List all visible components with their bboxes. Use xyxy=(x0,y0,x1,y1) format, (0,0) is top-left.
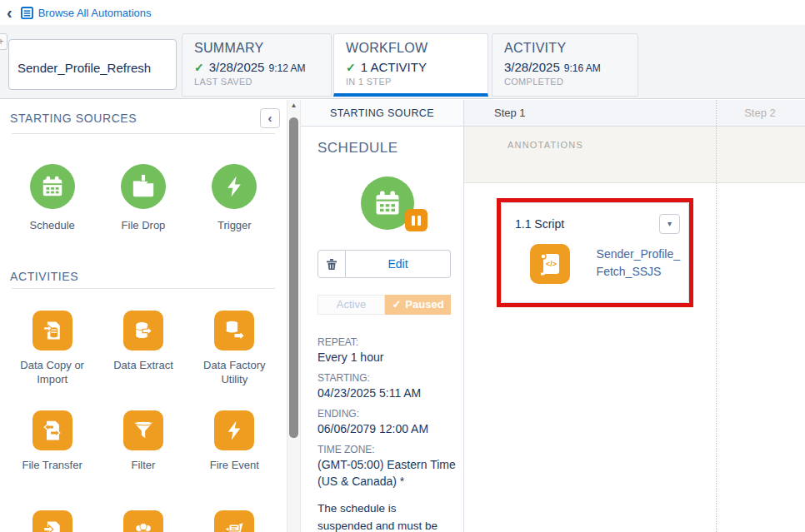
tab-summary[interactable]: SUMMARY ✓ 3/28/2025 9:12 AM LAST SAVED xyxy=(182,33,332,97)
activity-data-copy[interactable]: Data Copy or Import xyxy=(11,311,94,389)
schedule-title: SCHEDULE xyxy=(318,140,457,157)
source-label: File Drop xyxy=(121,219,166,233)
starting-source-panel-header: STARTING SOURCE xyxy=(301,100,463,127)
activity-data-factory[interactable]: Data Factory Utility xyxy=(192,311,276,389)
source-schedule[interactable]: Schedule xyxy=(30,164,75,233)
top-bar: ‹ Browse All Automations xyxy=(0,0,805,25)
edit-schedule-button[interactable]: Edit xyxy=(346,250,451,278)
data-factory-icon xyxy=(214,311,254,351)
new-tab-button[interactable]: + xyxy=(0,33,8,50)
check-icon: ✓ xyxy=(194,61,204,74)
tab-title: SUMMARY xyxy=(194,41,319,56)
tab-title: ACTIVITY xyxy=(504,41,626,56)
tab-status-time: 9:16 AM xyxy=(564,62,601,74)
trash-icon xyxy=(325,257,338,271)
tab-workflow[interactable]: WORKFLOW ✓ 1 ACTIVITY IN 1 STEP xyxy=(333,33,488,97)
activity-name: Sender_Profile_ Fetch_SSJS xyxy=(597,244,680,284)
activity-card-menu-button[interactable]: ▾ xyxy=(659,214,680,234)
activity-label: Data Extract xyxy=(113,359,173,389)
annotation-highlight-rect: 1.1 Script ▾ </> xyxy=(497,198,693,307)
activities-sidebar: STARTING SOURCES ‹ xyxy=(0,100,287,532)
activities-heading: ACTIVITIES xyxy=(10,270,78,283)
active-paused-toggle: Active ✓Paused xyxy=(318,295,451,315)
pause-badge-icon xyxy=(405,209,428,231)
source-label: Schedule xyxy=(30,219,75,233)
source-label: Trigger xyxy=(212,219,257,233)
field-label: REPEAT: xyxy=(318,336,457,349)
activity-card-title: 1.1 Script xyxy=(515,214,564,231)
browse-all-automations-link[interactable]: Browse All Automations xyxy=(38,7,152,19)
tab-status-text: 3/28/2025 xyxy=(504,60,560,74)
activity-fire-event[interactable]: Fire Event xyxy=(210,410,259,489)
field-value: 04/23/2025 5:11 AM xyxy=(318,385,457,401)
tab-activity[interactable]: ACTIVITY 3/28/2025 9:16 AM COMPLETED xyxy=(492,33,638,97)
activity-partial-1[interactable] xyxy=(32,510,72,532)
scrollbar-up-arrow-icon[interactable]: ▲ xyxy=(288,102,300,109)
toggle-paused-option[interactable]: ✓Paused xyxy=(385,295,451,315)
starting-sources-heading: STARTING SOURCES xyxy=(10,112,137,125)
sidebar-scrollbar[interactable]: ▲ xyxy=(287,100,301,532)
step-2-label: Step 2 xyxy=(716,100,804,127)
svg-text:</>: </> xyxy=(546,260,557,268)
script-icon: </> xyxy=(530,244,570,284)
schedule-suspended-note: The schedule is suspended and must be ac… xyxy=(318,500,457,532)
activity-partial-2[interactable] xyxy=(123,510,163,532)
source-trigger[interactable]: Trigger xyxy=(212,164,257,233)
field-value: 06/06/2079 12:00 AM xyxy=(318,420,457,437)
data-extract-icon xyxy=(123,311,163,351)
step-divider-dotted-line xyxy=(716,100,717,532)
tab-status-text: 1 ACTIVITY xyxy=(361,60,427,74)
activity-data-extract[interactable]: Data Extract xyxy=(113,311,173,389)
automation-name-input[interactable] xyxy=(8,39,177,90)
message-send-icon xyxy=(214,510,254,532)
caret-down-icon: ▾ xyxy=(668,219,672,228)
calendar-icon xyxy=(30,164,75,209)
activity-label: Filter xyxy=(123,459,163,489)
activity-label: Data Copy or Import xyxy=(11,359,94,389)
ending-field: ENDING: 06/06/2079 12:00 AM xyxy=(318,407,457,437)
folder-drop-icon xyxy=(121,164,166,209)
step-1-label: Step 1 xyxy=(494,100,526,127)
step-header-row: Step 1 Step 2 xyxy=(464,100,805,127)
file-transfer-icon xyxy=(32,410,72,450)
field-label: ENDING: xyxy=(318,407,457,420)
people-group-icon xyxy=(123,510,163,532)
data-copy-icon xyxy=(32,311,72,351)
workflow-canvas: Step 1 Step 2 ANNOTATIONS 1.1 Script ▾ xyxy=(464,100,805,532)
activity-filter[interactable]: Filter xyxy=(123,410,163,489)
activity-label: File Transfer xyxy=(22,459,82,489)
delete-schedule-button[interactable] xyxy=(318,250,346,278)
tab-sublabel: IN 1 STEP xyxy=(346,77,476,87)
timezone-field: TIME ZONE: (GMT-05:00) Eastern Time (US … xyxy=(318,443,457,490)
tab-sublabel: LAST SAVED xyxy=(194,77,319,87)
funnel-icon xyxy=(123,410,163,450)
starting-field: STARTING: 04/23/2025 5:11 AM xyxy=(318,371,457,401)
tab-sublabel: COMPLETED xyxy=(504,77,626,87)
automation-studio-app: ‹ Browse All Automations + SUMMARY ✓ 3/2… xyxy=(0,0,805,532)
automations-list-icon xyxy=(21,7,33,19)
activity-label: Fire Event xyxy=(210,459,259,489)
activity-label: Data Factory Utility xyxy=(192,359,276,389)
source-file-drop[interactable]: File Drop xyxy=(121,164,166,233)
field-label: STARTING: xyxy=(318,371,457,385)
scrollbar-thumb[interactable] xyxy=(289,117,298,438)
field-value: Every 1 hour xyxy=(318,349,457,365)
activity-partial-3[interactable] xyxy=(214,510,254,532)
repeat-field: REPEAT: Every 1 hour xyxy=(318,336,457,365)
field-value: (GMT-05:00) Eastern Time (US & Canada) * xyxy=(318,456,457,490)
lightning-icon xyxy=(214,410,254,450)
tab-status-text: 3/28/2025 xyxy=(209,60,265,74)
starting-source-panel: STARTING SOURCE SCHEDULE xyxy=(301,100,464,532)
script-activity-card[interactable]: 1.1 Script ▾ </> xyxy=(501,202,689,303)
activity-file-transfer[interactable]: File Transfer xyxy=(22,410,82,489)
header-band: + SUMMARY ✓ 3/28/2025 9:12 AM LAST SAVED… xyxy=(0,25,805,99)
lightning-icon xyxy=(212,164,257,209)
document-arrow-icon xyxy=(32,510,72,532)
tab-status-time: 9:12 AM xyxy=(268,62,305,74)
check-icon: ✓ xyxy=(392,298,401,311)
back-chevron-icon[interactable]: ‹ xyxy=(7,4,12,21)
tab-title: WORKFLOW xyxy=(346,41,476,56)
collapse-sidebar-button[interactable]: ‹ xyxy=(260,108,280,128)
annotations-band: ANNOTATIONS xyxy=(464,127,805,183)
toggle-active-option[interactable]: Active xyxy=(318,295,385,315)
